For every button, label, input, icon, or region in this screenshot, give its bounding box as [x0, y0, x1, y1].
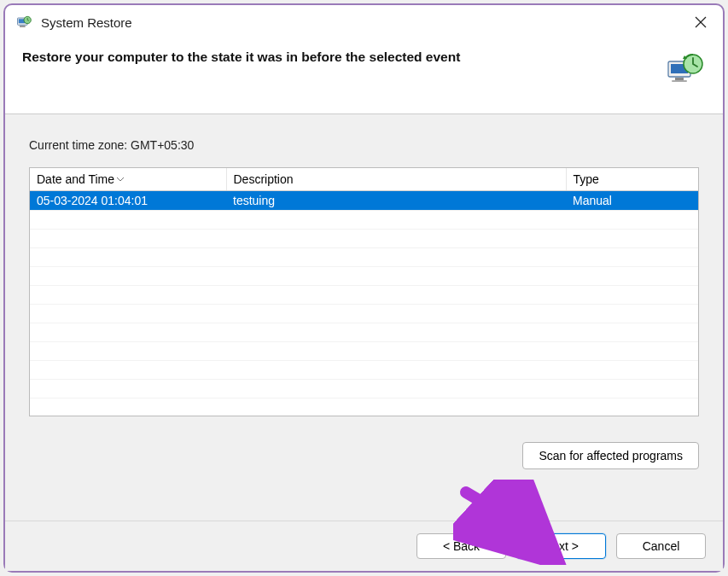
system-restore-icon — [15, 14, 32, 31]
close-icon — [695, 16, 707, 28]
table-row — [30, 342, 698, 361]
svg-rect-2 — [20, 26, 26, 27]
timezone-label: Current time zone: GMT+05:30 — [29, 138, 699, 152]
chevron-down-icon — [116, 171, 125, 184]
cell-type: Manual — [566, 191, 698, 211]
svg-rect-8 — [675, 78, 684, 80]
close-button[interactable] — [689, 10, 713, 34]
system-restore-large-icon — [665, 49, 706, 90]
table-row — [30, 286, 698, 305]
window-title: System Restore — [41, 15, 689, 30]
content-area: Current time zone: GMT+05:30 Date and Ti… — [5, 114, 723, 521]
table-row — [30, 305, 698, 323]
column-header-description[interactable]: Description — [226, 168, 566, 191]
system-restore-window: System Restore Restore your computer to … — [3, 3, 725, 573]
table-row — [30, 380, 698, 399]
svg-rect-9 — [672, 80, 687, 82]
column-header-datetime[interactable]: Date and Time — [30, 168, 226, 191]
cancel-button[interactable]: Cancel — [616, 533, 706, 559]
table-row — [30, 211, 698, 230]
table-row — [30, 248, 698, 267]
footer-buttons: < Back Next > Cancel — [5, 521, 723, 571]
table-row[interactable]: 05-03-2024 01:04:01 testuing Manual — [30, 191, 698, 211]
table-header-row: Date and Time Description Type — [30, 168, 698, 191]
scan-affected-programs-button[interactable]: Scan for affected programs — [522, 442, 699, 469]
table-row — [30, 323, 698, 342]
table-row — [30, 267, 698, 286]
next-button[interactable]: Next > — [516, 533, 606, 559]
cell-description: testuing — [226, 191, 566, 211]
table-row — [30, 361, 698, 380]
cell-datetime: 05-03-2024 01:04:01 — [30, 191, 226, 211]
restore-points-table: Date and Time Description Type 05-03-202… — [29, 167, 699, 416]
scan-row: Scan for affected programs — [29, 416, 699, 486]
table-row — [30, 230, 698, 248]
header-panel: Restore your computer to the state it wa… — [5, 38, 723, 114]
page-heading: Restore your computer to the state it wa… — [22, 49, 460, 65]
back-button[interactable]: < Back — [416, 533, 506, 559]
column-header-type[interactable]: Type — [566, 168, 698, 191]
titlebar: System Restore — [5, 5, 723, 38]
